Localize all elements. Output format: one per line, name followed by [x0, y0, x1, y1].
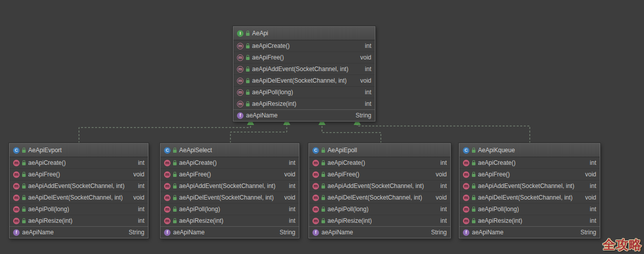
- method-row[interactable]: m aeApiFree() void: [233, 51, 375, 63]
- method-row[interactable]: m aeApiCreate() int: [309, 157, 450, 168]
- method-row[interactable]: m aeApiPoll(long) int: [160, 203, 299, 215]
- field-row[interactable]: f aeApiName String: [10, 226, 148, 238]
- method-row[interactable]: m aeApiFree() void: [160, 168, 299, 180]
- method-row[interactable]: m aeApiResize(int) int: [233, 98, 375, 109]
- public-visibility-icon: [173, 209, 177, 212]
- field-row[interactable]: f aeApiName String: [160, 226, 299, 238]
- method-row[interactable]: m aeApiDelEvent(SocketChannel, int) void: [160, 192, 299, 203]
- method-row[interactable]: m aeApiPoll(long) int: [459, 203, 600, 215]
- method-row[interactable]: m aeApiResize(int) int: [10, 215, 148, 226]
- method-row[interactable]: m aeApiCreate() int: [10, 157, 148, 168]
- method-return-type: int: [289, 217, 295, 224]
- method-return-type: int: [590, 159, 596, 166]
- class-name: AeApiEpoll: [328, 147, 357, 154]
- class-header[interactable]: I AeApi: [233, 27, 375, 40]
- public-visibility-icon: [173, 162, 177, 165]
- class-icon: C: [13, 147, 20, 154]
- method-icon: m: [13, 195, 20, 201]
- method-row[interactable]: m aeApiResize(int) int: [459, 215, 600, 226]
- class-header[interactable]: C AeApiEvport: [10, 144, 148, 157]
- method-row[interactable]: m aeApiAddEvent(SocketChannel, int) int: [459, 180, 600, 192]
- method-return-type: int: [138, 159, 144, 166]
- method-name: aeApiAddEvent(SocketChannel, int): [328, 182, 438, 189]
- class-header[interactable]: C AeApiSelect: [160, 144, 299, 157]
- class-header[interactable]: C AeApiEpoll: [309, 144, 450, 157]
- field-type: String: [431, 229, 447, 236]
- method-return-type: void: [436, 171, 447, 178]
- public-visibility-icon: [173, 150, 177, 153]
- class-box-aeapiepoll[interactable]: C AeApiEpoll m aeApiCreate() int m aeApi…: [308, 143, 451, 238]
- class-box-aeapi[interactable]: I AeApi m aeApiCreate() int m aeApiFree(…: [233, 26, 375, 121]
- uml-diagram-canvas[interactable]: I AeApi m aeApiCreate() int m aeApiFree(…: [0, 0, 644, 254]
- method-name: aeApiPoll(long): [328, 206, 438, 213]
- public-visibility-icon: [472, 150, 475, 153]
- implements-edge-kqueue[interactable]: [354, 118, 530, 143]
- field-row[interactable]: f aeApiName String: [233, 109, 375, 121]
- implements-edge-epoll[interactable]: [318, 118, 381, 143]
- field-icon: f: [164, 229, 171, 236]
- method-icon: m: [312, 183, 319, 189]
- method-row[interactable]: m aeApiPoll(long) int: [10, 203, 148, 215]
- method-return-type: void: [585, 194, 596, 201]
- class-box-aeapiselect[interactable]: C AeApiSelect m aeApiCreate() int m aeAp…: [160, 143, 299, 238]
- method-row[interactable]: m aeApiFree() void: [10, 168, 148, 180]
- abstract-method-icon: m: [237, 101, 244, 107]
- method-name: aeApiDelEvent(SocketChannel, int): [179, 194, 282, 201]
- method-name: aeApiCreate(): [28, 159, 135, 166]
- method-row[interactable]: m aeApiPoll(long) int: [309, 203, 450, 215]
- class-icon: C: [164, 147, 171, 154]
- method-icon: m: [463, 183, 469, 189]
- field-row[interactable]: f aeApiName String: [309, 226, 450, 238]
- method-return-type: int: [365, 66, 371, 73]
- field-name: aeApiName: [472, 229, 578, 236]
- public-visibility-icon: [321, 174, 325, 177]
- method-row[interactable]: m aeApiFree() void: [459, 168, 600, 180]
- method-name: aeApiAddEvent(SocketChannel, int): [179, 182, 286, 189]
- public-visibility-icon: [22, 209, 26, 212]
- public-visibility-icon: [321, 209, 325, 212]
- method-row[interactable]: m aeApiPoll(long) int: [233, 86, 375, 98]
- method-return-type: void: [585, 171, 596, 178]
- method-row[interactable]: m aeApiAddEvent(SocketChannel, int) int: [309, 180, 450, 192]
- implements-edge-evport[interactable]: [79, 118, 254, 143]
- class-icon: C: [463, 147, 469, 154]
- public-visibility-icon: [22, 220, 26, 223]
- method-row[interactable]: m aeApiCreate() int: [233, 40, 375, 51]
- method-row[interactable]: m aeApiDelEvent(SocketChannel, int) void: [309, 192, 450, 203]
- public-visibility-icon: [321, 220, 325, 223]
- method-return-type: int: [138, 206, 144, 213]
- method-name: aeApiCreate(): [252, 42, 362, 49]
- method-icon: m: [164, 206, 171, 213]
- method-row[interactable]: m aeApiFree() void: [309, 168, 450, 180]
- public-visibility-icon: [472, 209, 475, 212]
- method-name: aeApiCreate(): [179, 159, 286, 166]
- method-name: aeApiCreate(): [478, 159, 587, 166]
- method-return-type: int: [365, 89, 371, 96]
- method-row[interactable]: m aeApiDelEvent(SocketChannel, int) void: [459, 192, 600, 203]
- method-row[interactable]: m aeApiResize(int) int: [160, 215, 299, 226]
- class-box-aeapievport[interactable]: C AeApiEvport m aeApiCreate() int m aeAp…: [9, 143, 148, 238]
- method-name: aeApiResize(int): [328, 217, 438, 224]
- method-name: aeApiDelEvent(SocketChannel, int): [478, 194, 583, 201]
- method-return-type: int: [365, 100, 371, 107]
- class-box-aeapikqueue[interactable]: C AeApiKqueue m aeApiCreate() int m aeAp…: [459, 143, 600, 238]
- implements-edge-select[interactable]: [230, 118, 290, 143]
- method-name: aeApiResize(int): [28, 217, 135, 224]
- abstract-method-icon: m: [237, 78, 244, 84]
- method-row[interactable]: m aeApiDelEvent(SocketChannel, int) void: [233, 75, 375, 86]
- method-return-type: int: [365, 42, 371, 49]
- method-row[interactable]: m aeApiCreate() int: [160, 157, 299, 168]
- public-visibility-icon: [22, 150, 26, 153]
- field-icon: f: [13, 229, 20, 236]
- method-row[interactable]: m aeApiAddEvent(SocketChannel, int) int: [160, 180, 299, 192]
- method-return-type: int: [440, 182, 447, 189]
- method-return-type: int: [440, 159, 447, 166]
- method-row[interactable]: m aeApiCreate() int: [459, 157, 600, 168]
- method-row[interactable]: m aeApiAddEvent(SocketChannel, int) int: [233, 63, 375, 75]
- class-header[interactable]: C AeApiKqueue: [459, 144, 600, 157]
- method-row[interactable]: m aeApiResize(int) int: [309, 215, 450, 226]
- field-row[interactable]: f aeApiName String: [459, 226, 600, 238]
- method-row[interactable]: m aeApiAddEvent(SocketChannel, int) int: [10, 180, 148, 192]
- method-name: aeApiFree(): [252, 54, 358, 61]
- method-row[interactable]: m aeApiDelEvent(SocketChannel, int) void: [10, 192, 148, 203]
